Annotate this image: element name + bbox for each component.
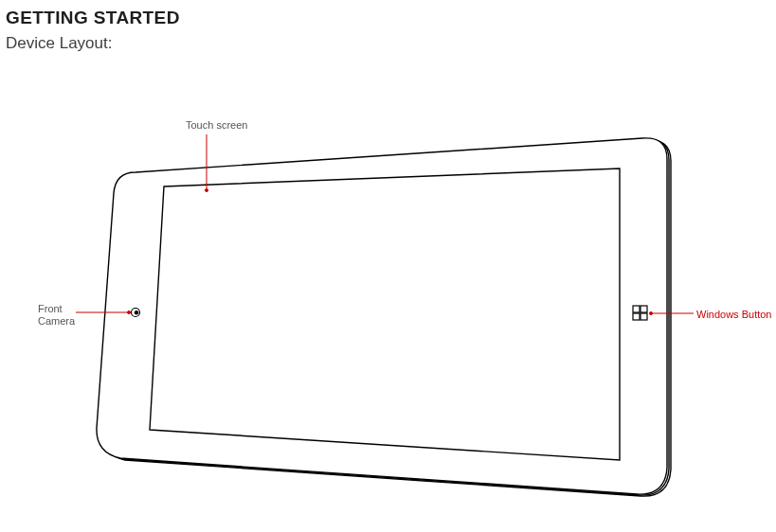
device-illustration [0,62,776,532]
page-title: GETTING STARTED [0,0,776,34]
device-diagram: Touch screen Front Camera Windows Button [0,62,776,532]
svg-point-11 [650,312,653,315]
svg-point-7 [206,189,208,192]
front-camera-icon [132,309,140,317]
svg-point-9 [128,311,131,314]
page-subtitle: Device Layout: [6,34,776,53]
svg-point-1 [135,310,138,314]
